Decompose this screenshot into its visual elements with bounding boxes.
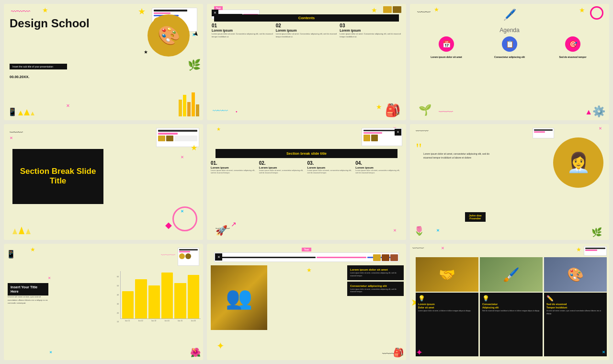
- cross-5b: ✕: [393, 228, 397, 233]
- col-3: 03 Lorem ipsum Lorem ipsum dolor sit ame…: [340, 23, 401, 38]
- slide-4: 〰〰〰 ✕ Section Break Slide Title ★ ✕ ✕ ◆: [4, 124, 203, 240]
- plant-6b: 🌿: [591, 227, 602, 238]
- col9-1: 🤝 💡 Lorem ipsum Dolor sit amet Lorem ips…: [416, 257, 478, 356]
- card-8-1: Lorem ipsum dolor sit amet Lorem ipsum d…: [347, 265, 404, 280]
- backpack-8: 🎒: [393, 347, 404, 358]
- cross-deco-2: ✕: [66, 103, 70, 108]
- slide-9: 〰〰〰 ➤ ★ ✕ 🤝 💡 Lorem ipsum Dolor sit amet…: [410, 244, 609, 360]
- slide-5: ★ ✕ ✕ Section break slide title 01. Lore…: [207, 124, 406, 240]
- photo-row-8: [373, 254, 398, 261]
- star-4: ★: [191, 143, 197, 152]
- wavy-3b: 〰〰〰: [439, 109, 453, 114]
- plant-deco-1: 🌿: [188, 59, 201, 71]
- star-9: ★: [576, 246, 581, 253]
- card9-3: ✏️ Sed do eiusmod Tempor Incididunt Ut e…: [544, 293, 607, 356]
- label-3: Sed do eiusmod tempor: [556, 56, 590, 59]
- icon9-2: 💡: [482, 295, 540, 302]
- title-box-7: Insert Your Title Here: [8, 283, 48, 296]
- step-5-3: 03. Lorem ipsum Lorem ipsum dolor sit am…: [307, 160, 354, 175]
- chart-7: 605040302010 Item 01 Item 02 Item 03 Ite…: [117, 261, 201, 323]
- card9-1: 💡 Lorem ipsum Dolor sit amet Lorem ipsum…: [416, 293, 478, 356]
- label-1: Lorem ipsum dolor sit amet: [430, 56, 463, 59]
- photo-8: 👥: [211, 265, 267, 330]
- wavy-6: 〰〰〰: [416, 129, 429, 134]
- slide-3: 〰〰〰 ★ ★ 🖊️ Agenda 📅 📋 🎯 Lorem ipsum dolo…: [410, 4, 609, 120]
- wavy-9: 〰〰〰: [412, 246, 424, 250]
- photo9-1: 🤝: [416, 257, 478, 292]
- phone-7: 📱: [6, 250, 16, 259]
- icon-2: 📋: [502, 36, 517, 52]
- photo-circle-6: 👩‍💼: [553, 137, 603, 188]
- agenda-labels: Lorem ipsum dolor sit amet Consectetur a…: [415, 56, 604, 59]
- star-5: ★: [216, 126, 221, 132]
- close-5: ✕: [395, 129, 401, 136]
- star-3: ★: [579, 6, 585, 14]
- star-2b: ★: [376, 103, 382, 111]
- starburst-9: ✦: [416, 347, 423, 358]
- plant-3: 🌱: [419, 104, 431, 116]
- steps-5: 01. Lorem ipsum Lorem ipsum dolor sit am…: [211, 160, 402, 175]
- cross-4b: ✕: [181, 155, 184, 159]
- wavy-7: 〰〰〰: [161, 252, 175, 258]
- card9-2: 💡 Consectetur Adipiscing elit Sed do eiu…: [480, 293, 543, 356]
- dot-2: ●: [236, 110, 238, 113]
- body-7: Ut enim ad minim veniam, quis nostrud ex…: [8, 296, 50, 305]
- tri-deco-3: ▲: [585, 108, 592, 116]
- arrow-deco-2: ★: [144, 49, 148, 55]
- phone-icon-1: 📱: [8, 107, 17, 116]
- photo9-2: 🖌️: [480, 257, 543, 292]
- icon9-1: 💡: [418, 295, 476, 302]
- slide-1: 〰〰〰 ★ ★ ✕ ✕ ✕ 🎨 ➤ ★ Design School: [4, 4, 203, 120]
- arrow-5: ↗: [231, 220, 237, 228]
- agenda-title: Agenda: [410, 27, 609, 34]
- quote-mark-6: ": [416, 141, 422, 156]
- pink-shape-4: ◆: [165, 220, 172, 230]
- slide-1-title-block: Design School: [10, 17, 90, 30]
- slide-1-date: 00.00.20XX.: [10, 75, 29, 79]
- backpack-2: 🎒: [385, 103, 400, 118]
- tag-8: Text: [302, 248, 311, 251]
- cross-9: ✕: [441, 246, 444, 250]
- agenda-icons: 📅 📋 🎯: [415, 36, 604, 52]
- star-7: ★: [30, 246, 35, 253]
- cross-6b: ✕: [436, 228, 440, 233]
- photo9-3: 🎨: [544, 257, 607, 292]
- ui-deco-6: [533, 128, 554, 138]
- slide-1-subtitle: Insert the sub title of your presentatio…: [10, 64, 67, 69]
- pen-icon-3: 🖊️: [503, 9, 516, 21]
- contents-cols: 01 Lorem ipsum Lorem ipsum dolor sit ame…: [212, 23, 401, 38]
- card-8-2: Consectetur adipiscing elit Lorem ipsum …: [347, 282, 404, 296]
- chart-deco-3: ⚙️: [592, 105, 605, 118]
- star-deco-2: ★: [42, 6, 48, 14]
- star-8: ★: [306, 267, 312, 273]
- boat-5: 🚀: [216, 225, 227, 236]
- wavy-4: 〰〰〰: [10, 130, 23, 135]
- slide-2: ★ ✕ ✕ Text ✕ Contents 01 Lorem ipsum Lor…: [207, 4, 406, 120]
- arrows-deco-1: [18, 109, 34, 115]
- wavy-2: 〰〰〰: [213, 108, 227, 114]
- col9-3: 🎨 ✏️ Sed do eiusmod Tempor Incididunt Ut…: [544, 257, 607, 356]
- step-5-4: 04. Lorem ipsum Lorem ipsum dolor sit am…: [355, 160, 402, 175]
- cols-9: 🤝 💡 Lorem ipsum Dolor sit amet Lorem ips…: [416, 257, 607, 356]
- wavy-deco-1: 〰〰〰: [11, 8, 30, 15]
- section-title-4: Section Break Slide Title: [12, 167, 103, 186]
- label-2: Consectetur adipiscing elit: [493, 56, 526, 59]
- slide-6: 〰〰〰 ★ ✕ 👩‍💼 " Lorem ipsum dolor sit amet…: [410, 124, 609, 240]
- arrows-4: [12, 227, 31, 234]
- star-deco-1: ★: [138, 6, 146, 17]
- circle-deco-3: [590, 6, 603, 20]
- cross-6: ✕: [599, 126, 602, 131]
- icon9-3: ✏️: [546, 295, 604, 302]
- section-black-box: Section Break Slide Title: [12, 149, 103, 204]
- contents-bar: Contents: [214, 14, 399, 22]
- banner-5: Section break slide title: [216, 149, 397, 158]
- ui-bar-8: [214, 252, 399, 262]
- icon-3: 🎯: [565, 36, 580, 52]
- col-1: 01 Lorem ipsum Lorem ipsum dolor sit ame…: [212, 23, 273, 38]
- step-5-1: 01. Lorem ipsum Lorem ipsum dolor sit am…: [211, 160, 258, 175]
- slide-7: 📱 〰〰〰 ★ Insert Your Title Here Ut enim a…: [4, 244, 203, 360]
- col9-2: 🖌️ 💡 Consectetur Adipiscing elit Sed do …: [480, 257, 543, 356]
- cross-4c: ✕: [181, 209, 184, 214]
- close-8: ✕: [215, 253, 222, 261]
- wavy-3: 〰〰〰: [417, 10, 430, 15]
